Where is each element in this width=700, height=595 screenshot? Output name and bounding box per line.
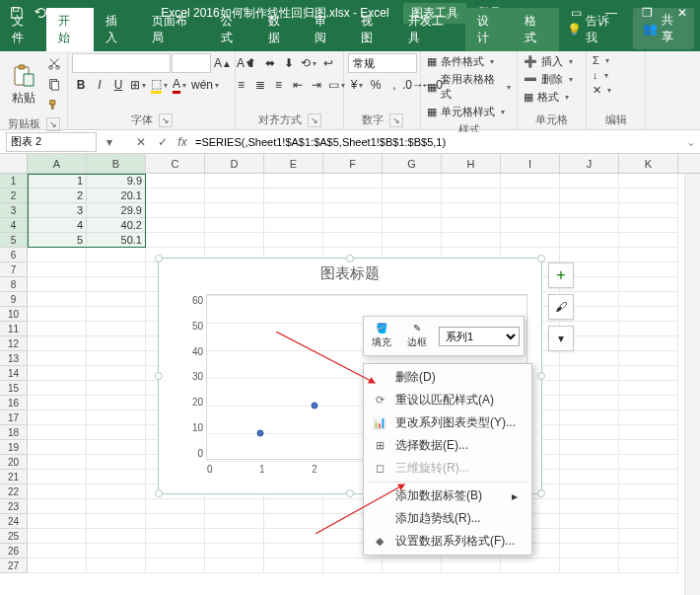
tab-developer[interactable]: 开发工具 [396,8,466,51]
row-header[interactable]: 26 [0,544,28,558]
ctx-add-trendline[interactable]: 添加趋势线(R)... [364,507,531,530]
cell[interactable] [560,203,619,218]
cell[interactable] [205,174,264,188]
row-header[interactable]: 20 [0,455,28,470]
cell[interactable] [619,322,678,336]
cell[interactable]: 1 [28,174,87,188]
cell[interactable] [28,322,87,336]
cell[interactable] [28,277,87,292]
cell[interactable] [205,544,264,558]
format-cells-button[interactable]: ▦格式 [522,89,571,106]
cell[interactable] [619,233,678,248]
cell[interactable] [264,514,323,529]
fill-color-button[interactable]: ⬚ [149,75,170,95]
cell[interactable] [383,188,442,203]
cell[interactable] [560,529,619,544]
cell[interactable] [560,514,619,529]
cell[interactable] [560,425,619,440]
format-painter-button[interactable] [45,95,63,114]
cell[interactable] [264,203,323,218]
cell[interactable] [560,188,619,203]
cell[interactable] [87,322,146,336]
cell[interactable] [560,440,619,455]
cell[interactable] [323,218,383,233]
cell[interactable] [560,544,619,558]
cell[interactable] [87,410,146,425]
cell[interactable] [87,425,146,440]
cell[interactable] [323,233,383,248]
row-header[interactable]: 19 [0,440,28,455]
row-header[interactable]: 25 [0,529,28,544]
cell[interactable] [619,203,678,218]
tab-file[interactable]: 文件 [0,8,46,51]
cell[interactable] [87,336,146,351]
cell[interactable] [87,307,146,322]
ctx-add-labels[interactable]: 添加数据标签(B)▸ [364,484,531,507]
cell[interactable] [619,351,678,366]
tab-formulas[interactable]: 公式 [209,8,255,51]
col-header-B[interactable]: B [87,154,146,173]
cell[interactable] [146,544,205,558]
cell[interactable] [560,218,619,233]
cell[interactable] [323,203,383,218]
cell[interactable]: 3 [28,203,87,218]
bold-button[interactable]: B [72,75,90,95]
font-color-button[interactable]: A [171,75,188,95]
row-header[interactable]: 10 [0,307,28,322]
cell[interactable] [501,188,560,203]
mini-outline-button[interactable]: ✎边框 [403,321,431,351]
row-header[interactable]: 6 [0,248,28,262]
italic-button[interactable]: I [91,75,108,95]
cell[interactable] [28,410,87,425]
align-right-button[interactable]: ≡ [270,75,288,95]
border-button[interactable]: ⊞ [128,75,148,95]
col-header-F[interactable]: F [323,154,383,173]
accept-formula-button[interactable]: ✓ [152,132,174,152]
cell[interactable] [87,470,146,484]
cell[interactable] [146,218,205,233]
cell[interactable] [264,529,323,544]
cell[interactable] [442,558,501,573]
orientation-button[interactable]: ⟲ [299,53,318,73]
cell[interactable]: 40.2 [87,218,146,233]
row-header[interactable]: 23 [0,499,28,514]
expand-formula-bar[interactable]: ⌄ [682,135,700,149]
cell[interactable] [560,455,619,470]
cell[interactable] [619,410,678,425]
cell[interactable]: 20.1 [87,188,146,203]
cell[interactable] [383,203,442,218]
cell[interactable] [442,188,501,203]
cell[interactable] [501,218,560,233]
row-header[interactable]: 15 [0,381,28,396]
cell[interactable] [501,558,560,573]
cell[interactable] [560,366,619,381]
row-header[interactable]: 27 [0,558,28,573]
cell[interactable] [619,544,678,558]
cell[interactable] [560,248,619,262]
tell-me[interactable]: 💡告诉我 [559,8,627,51]
cell[interactable] [264,174,323,188]
cell[interactable] [146,499,205,514]
mini-series-select[interactable]: 系列1 [439,327,520,346]
cell[interactable] [619,248,678,262]
cell[interactable] [383,218,442,233]
cell[interactable] [560,410,619,425]
cell[interactable] [264,544,323,558]
cell[interactable] [619,396,678,410]
col-header-J[interactable]: J [560,154,619,173]
cell[interactable] [383,174,442,188]
cell[interactable] [28,499,87,514]
tab-design[interactable]: 设计 [465,8,512,51]
col-header-E[interactable]: E [264,154,323,173]
mini-fill-button[interactable]: 🪣填充 [368,321,395,351]
cell[interactable] [619,188,678,203]
cell[interactable] [146,203,205,218]
name-box[interactable] [6,132,97,152]
cell[interactable] [28,470,87,484]
col-header-G[interactable]: G [383,154,442,173]
row-header[interactable]: 5 [0,233,28,248]
cell[interactable] [205,514,264,529]
cell[interactable] [28,396,87,410]
cell[interactable] [619,218,678,233]
align-center-button[interactable]: ≣ [251,75,269,95]
